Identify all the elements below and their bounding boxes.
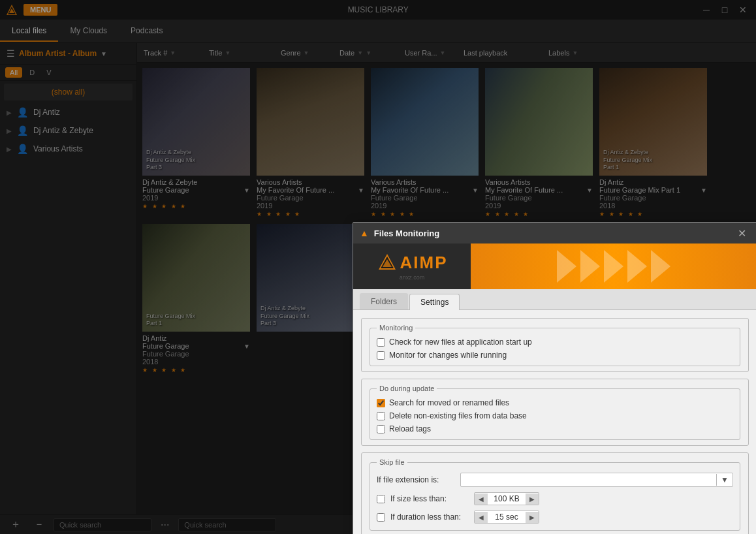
aimp-logo-area: AIMP anxz.com xyxy=(353,243,471,289)
monitoring-fieldset: Monitoring Check for new files at applic… xyxy=(361,318,749,372)
tab-settings[interactable]: Settings xyxy=(409,294,460,310)
aimp-sub-text: anxz.com xyxy=(400,274,425,281)
duration-decrement-button[interactable]: ◀ xyxy=(475,512,488,523)
duration-value: 15 sec xyxy=(488,511,526,523)
check-startup-checkbox[interactable] xyxy=(377,338,385,347)
search-moved-checkbox[interactable] xyxy=(377,399,385,407)
ext-input[interactable] xyxy=(461,473,716,486)
duration-increment-button[interactable]: ▶ xyxy=(526,512,539,523)
check-startup-label[interactable]: Check for new files at application start… xyxy=(389,338,532,347)
delete-nonexist-checkbox[interactable] xyxy=(377,412,385,420)
size-checkbox[interactable] xyxy=(377,495,385,503)
dialog-content: Monitoring Check for new files at applic… xyxy=(353,310,756,534)
dialog-aimp-icon: ▲ xyxy=(360,228,369,238)
dialog-banner: AIMP anxz.com xyxy=(353,243,756,289)
delete-nonexist-label[interactable]: Delete non-existing files from data base xyxy=(389,411,527,420)
do-during-update-fieldset: Do during update Search for moved or ren… xyxy=(361,379,749,446)
dialog-tabs: Folders Settings xyxy=(353,289,756,310)
monitor-changes-checkbox[interactable] xyxy=(377,351,385,360)
ext-label: If file extension is: xyxy=(377,475,455,484)
search-moved-row: Search for moved or renamed files xyxy=(377,396,733,409)
aimp-logo-text: AIMP xyxy=(400,253,448,273)
ext-dropdown-icon[interactable]: ▼ xyxy=(716,474,732,486)
dialog-title: Files Monitoring xyxy=(374,228,439,238)
skip-file-legend: Skip file xyxy=(377,458,407,466)
do-during-update-legend: Do during update xyxy=(377,385,437,392)
banner-arrow-1 xyxy=(557,250,576,283)
reload-tags-row: Reload tags xyxy=(377,422,733,435)
size-decrement-button[interactable]: ◀ xyxy=(475,494,488,505)
size-increment-button[interactable]: ▶ xyxy=(526,494,539,505)
duration-row: If duration less than: ◀ 15 sec ▶ xyxy=(377,508,733,526)
skip-file-fieldset: Skip file If file extension is: ▼ If siz… xyxy=(361,452,749,534)
dialog-titlebar-left: ▲ Files Monitoring xyxy=(360,228,439,238)
dialog-close-button[interactable]: ✕ xyxy=(734,226,750,241)
size-row: If size less than: ◀ 100 KB ▶ xyxy=(377,490,733,508)
files-monitoring-dialog: ▲ Files Monitoring ✕ AIMP anxz.com xyxy=(353,222,756,534)
size-spinner: ◀ 100 KB ▶ xyxy=(474,492,539,505)
delete-nonexist-row: Delete non-existing files from data base xyxy=(377,409,733,422)
aimp-logo-icon xyxy=(377,252,398,273)
banner-arrow-5 xyxy=(651,250,670,283)
duration-checkbox[interactable] xyxy=(377,513,385,522)
monitoring-legend: Monitoring xyxy=(377,324,415,332)
dialog-titlebar: ▲ Files Monitoring ✕ xyxy=(353,223,756,243)
reload-tags-checkbox[interactable] xyxy=(377,425,385,433)
reload-tags-label[interactable]: Reload tags xyxy=(389,424,431,433)
monitor-changes-row: Monitor for changes while running xyxy=(377,349,733,362)
duration-label[interactable]: If duration less than: xyxy=(390,512,469,522)
banner-arrow-4 xyxy=(627,250,647,283)
banner-arrow-3 xyxy=(604,250,623,283)
duration-spinner: ◀ 15 sec ▶ xyxy=(474,510,539,524)
size-value: 100 KB xyxy=(488,493,526,505)
banner-arrows xyxy=(471,243,756,289)
check-startup-row: Check for new files at application start… xyxy=(377,336,733,349)
ext-row: If file extension is: ▼ xyxy=(377,470,733,490)
size-label[interactable]: If size less than: xyxy=(390,494,469,503)
monitor-changes-label[interactable]: Monitor for changes while running xyxy=(389,351,507,360)
tab-folders[interactable]: Folders xyxy=(360,293,408,309)
search-moved-label[interactable]: Search for moved or renamed files xyxy=(389,398,509,407)
banner-arrow-2 xyxy=(580,250,600,283)
